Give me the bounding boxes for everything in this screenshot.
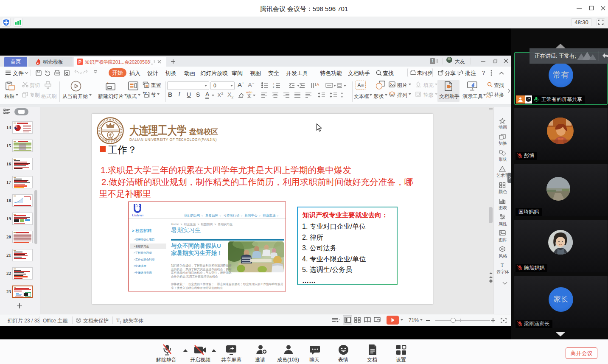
svg-text:1: 1: [273, 82, 275, 85]
svg-text:A: A: [317, 82, 319, 87]
svg-text:大连理工大学: 大连理工大学: [103, 138, 118, 141]
svg-text:2: 2: [273, 86, 275, 88]
svg-text:T: T: [501, 262, 504, 268]
svg-text:P: P: [78, 59, 81, 64]
svg-text:Unilever: Unilever: [132, 213, 143, 217]
